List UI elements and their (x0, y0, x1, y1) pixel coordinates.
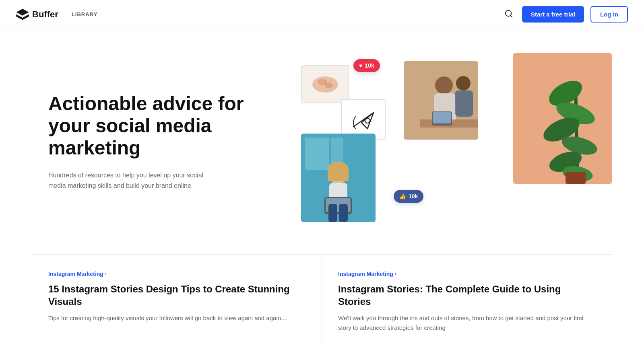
article-category-text-1: Instagram Marketing (48, 271, 103, 277)
svg-rect-24 (305, 138, 329, 170)
svg-point-8 (456, 76, 471, 91)
svg-point-4 (325, 82, 333, 88)
like-badge-blue: 👍 10k (394, 190, 423, 203)
hero-title: Actionable advice for your social media … (48, 93, 285, 159)
buffer-logo-icon (16, 9, 29, 20)
svg-line-1 (510, 15, 512, 17)
hero-visual: ♥ 10k (301, 53, 612, 230)
meeting-silhouette (404, 61, 478, 140)
article-title-1[interactable]: 15 Instagram Stories Design Tips to Crea… (48, 283, 305, 308)
article-category-2[interactable]: Instagram Marketing › (338, 271, 596, 277)
thumbs-up-icon: 👍 (399, 193, 406, 200)
svg-rect-21 (566, 172, 586, 184)
svg-rect-28 (328, 169, 349, 181)
meeting-inner (404, 61, 478, 140)
article-card-2: Instagram Marketing › Instagram Stories:… (322, 255, 612, 349)
svg-point-22 (365, 118, 370, 123)
laptop-person-visual (301, 134, 376, 222)
svg-rect-12 (433, 112, 451, 123)
plant-visual (513, 53, 612, 184)
svg-rect-32 (328, 204, 337, 222)
login-button[interactable]: Log in (590, 6, 628, 23)
start-trial-button[interactable]: Start a free trial (522, 6, 584, 23)
hero-photo-meeting (404, 61, 478, 140)
arrow-scribble (347, 105, 380, 135)
article-excerpt-2: We'll walk you through the ins and outs … (338, 313, 596, 333)
buffer-logo-text: Buffer (32, 9, 58, 20)
article-card-1: Instagram Marketing › 15 Instagram Stori… (32, 255, 322, 349)
search-icon (504, 9, 513, 18)
category-chevron-1: › (105, 271, 107, 277)
article-category-1[interactable]: Instagram Marketing › (48, 271, 305, 277)
article-category-text-2: Instagram Marketing (338, 271, 393, 277)
buffer-logo-link[interactable]: Buffer (16, 9, 58, 20)
hero-subtitle: Hundreds of resources to help you level … (48, 170, 209, 191)
library-label: LIBRARY (72, 11, 98, 17)
svg-point-6 (435, 76, 453, 94)
hero-photo-laptop (301, 134, 376, 222)
hero-section: Actionable advice for your social media … (0, 29, 644, 254)
svg-rect-9 (455, 91, 473, 117)
logo-divider (65, 10, 65, 19)
heart-icon: ♥ (359, 62, 362, 69)
header-right: Start a free trial Log in (502, 6, 628, 23)
decorative-shape-1 (311, 73, 339, 95)
hero-photo-plant (513, 53, 612, 184)
search-button[interactable] (502, 7, 516, 22)
article-title-2[interactable]: Instagram Stories: The Complete Guide to… (338, 283, 596, 308)
header: Buffer LIBRARY Start a free trial Log in (0, 0, 644, 29)
svg-rect-33 (339, 204, 348, 222)
like-count-blue: 10k (409, 193, 418, 200)
like-badge-red: ♥ 10k (353, 59, 380, 72)
like-count-red: 10k (365, 62, 374, 69)
header-left: Buffer LIBRARY (16, 9, 97, 20)
category-chevron-2: › (395, 271, 396, 277)
hero-text: Actionable advice for your social media … (48, 93, 285, 191)
article-excerpt-1: Tips for creating high-quality visuals y… (48, 313, 305, 323)
hero-image-box-1 (301, 65, 349, 103)
articles-section: Instagram Marketing › 15 Instagram Stori… (0, 255, 644, 349)
